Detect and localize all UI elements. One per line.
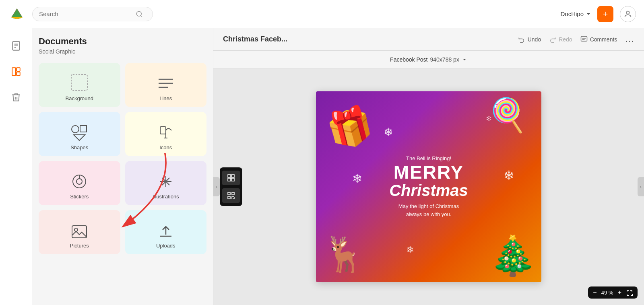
xmas-content: 🎁 🍭 ❄ ❄ ❄ ❄ ❄ The Bell is Ringing! MERRY… <box>316 91 541 282</box>
svg-rect-18 <box>160 127 166 134</box>
pictures-label: Pictures <box>70 243 89 249</box>
qr-view-button[interactable] <box>222 188 240 203</box>
svg-point-15 <box>72 126 79 133</box>
redo-icon <box>549 36 556 43</box>
grid-view-button[interactable] <box>222 171 240 185</box>
grid-icon <box>227 174 235 182</box>
background-label: Background <box>66 95 93 101</box>
svg-rect-37 <box>228 175 231 177</box>
svg-rect-10 <box>17 72 20 76</box>
more-button[interactable]: ... <box>625 35 634 44</box>
svg-rect-16 <box>80 126 87 132</box>
size-label: Facebook Post <box>390 56 427 63</box>
trash-icon <box>11 92 21 103</box>
size-value: 940x788 px <box>430 56 459 63</box>
svg-rect-8 <box>12 68 16 76</box>
background-icon <box>70 73 89 92</box>
xmas-subtitle-text: May the light of Christmasalways be with… <box>389 202 468 218</box>
illustrations-icon <box>157 173 175 190</box>
chevron-down-icon <box>586 12 591 16</box>
lines-card[interactable]: Lines <box>125 63 207 107</box>
document-icon <box>11 41 21 51</box>
canvas-scroll: ‹ <box>213 68 644 305</box>
xmas-merry-text: MERRY <box>389 163 468 181</box>
panel-grid: Background Lines Shapes <box>39 63 206 254</box>
snowflake-3: ❄ <box>352 171 362 185</box>
canvas-actions: Undo Redo Comments ... <box>518 35 634 44</box>
zoom-controls: − 49 % + <box>588 286 638 299</box>
shapes-label: Shapes <box>70 144 88 150</box>
panel-sidebar: Documents Social Graphic Background Line… <box>32 28 213 305</box>
stickers-card[interactable]: Stickers <box>39 161 120 205</box>
undo-button[interactable]: Undo <box>518 36 541 43</box>
sidebar-item-template[interactable] <box>5 60 27 83</box>
collapse-right-handle[interactable]: › <box>638 177 644 196</box>
svg-point-28 <box>164 179 168 183</box>
icons-icon <box>157 124 175 141</box>
collapse-left-handle[interactable]: ‹ <box>213 177 220 196</box>
canvas-topbar: Christmas Faceb... Undo Redo <box>213 28 644 51</box>
svg-rect-9 <box>17 68 20 71</box>
xmas-text-block: The Bell is Ringing! MERRY Christmas May… <box>389 155 468 218</box>
icons-label: Icons <box>159 144 172 150</box>
svg-rect-42 <box>232 192 234 195</box>
user-avatar[interactable] <box>620 6 636 22</box>
stickers-icon <box>70 173 88 190</box>
snowflake-2: ❄ <box>486 114 492 123</box>
dochipo-button[interactable]: DocHipo <box>560 10 591 17</box>
gift-element: 🎁 <box>322 101 377 154</box>
svg-point-3 <box>626 11 629 14</box>
zoom-in-button[interactable]: + <box>618 289 621 296</box>
snowflake-4: ❄ <box>504 168 514 183</box>
svg-rect-11 <box>71 74 87 91</box>
candy-cane-element: 🍭 <box>487 94 530 136</box>
pictures-icon <box>70 224 88 239</box>
svg-point-22 <box>76 179 82 184</box>
stickers-label: Stickers <box>70 194 89 200</box>
comments-button[interactable]: Comments <box>580 36 617 43</box>
logo[interactable] <box>8 5 26 23</box>
svg-rect-41 <box>228 192 230 195</box>
snowflake-1: ❄ <box>384 126 393 139</box>
search-input[interactable] <box>39 10 136 17</box>
background-card[interactable]: Background <box>39 63 120 107</box>
search-box[interactable] <box>32 7 153 21</box>
doc-card <box>220 167 242 206</box>
sidebar-item-document[interactable] <box>5 35 27 57</box>
pictures-card[interactable]: Pictures <box>39 210 120 254</box>
fullscreen-button[interactable] <box>626 289 633 296</box>
redo-button[interactable]: Redo <box>549 36 572 43</box>
svg-rect-40 <box>231 178 234 181</box>
size-chevron-icon[interactable] <box>462 57 467 62</box>
illustrations-card[interactable]: Illustrations <box>125 161 207 205</box>
zoom-value: 49 % <box>600 290 615 296</box>
reindeer-element: 🦌 <box>323 234 365 274</box>
add-button[interactable]: + <box>597 6 613 22</box>
search-icon <box>136 10 143 18</box>
svg-line-2 <box>140 15 142 16</box>
svg-marker-17 <box>74 135 85 140</box>
panel-title: Documents <box>39 36 206 47</box>
svg-rect-39 <box>228 178 231 181</box>
shapes-card[interactable]: Shapes <box>39 112 120 156</box>
sidebar-item-trash[interactable] <box>5 86 27 109</box>
shapes-icon <box>70 124 89 141</box>
canvas-title: Christmas Faceb... <box>223 35 287 43</box>
uploads-card[interactable]: Uploads <box>125 210 207 254</box>
lines-label: Lines <box>159 95 172 101</box>
panel-subtitle: Social Graphic <box>39 48 206 55</box>
xmas-bell-text: The Bell is Ringing! <box>389 155 468 161</box>
xmas-christmas-text: Christmas <box>389 181 468 199</box>
illustrations-label: Illustrations <box>153 194 179 200</box>
canvas-image[interactable]: 🎁 🍭 ❄ ❄ ❄ ❄ ❄ The Bell is Ringing! MERRY… <box>316 91 541 282</box>
svg-point-1 <box>136 11 141 16</box>
tree-element: 🎄 <box>489 233 537 278</box>
icons-card[interactable]: Icons <box>125 112 207 156</box>
canvas-size-bar: Facebook Post 940x788 px <box>213 51 644 68</box>
lines-icon <box>157 76 175 92</box>
template-icon <box>11 66 21 77</box>
user-icon <box>623 10 632 19</box>
topbar: DocHipo + <box>0 0 644 28</box>
uploads-label: Uploads <box>156 243 175 249</box>
zoom-out-button[interactable]: − <box>593 289 597 296</box>
